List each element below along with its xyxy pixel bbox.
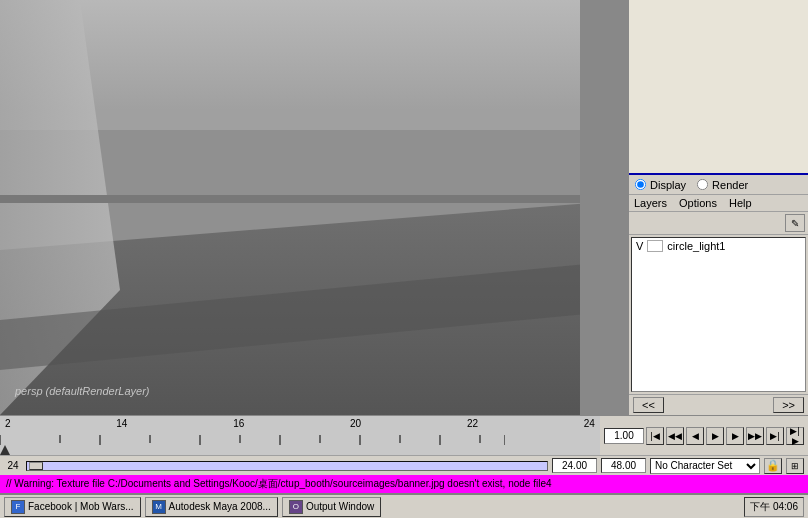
list-item-name: circle_light1 bbox=[667, 240, 725, 252]
taskbar-btn-output-label: Output Window bbox=[306, 501, 374, 512]
ruler-mark-2: 16 bbox=[233, 418, 244, 429]
frame-range-thumb[interactable] bbox=[29, 462, 43, 470]
taskbar-btn-output[interactable]: O Output Window bbox=[282, 497, 381, 517]
viewport-scene bbox=[0, 0, 628, 415]
timeline-controls: |◀ ◀◀ ◀ ▶ ▶ ▶▶ ▶| ▶|▶ bbox=[600, 416, 808, 455]
extra-btn[interactable]: ⊞ bbox=[786, 458, 804, 474]
tc-step-fwd[interactable]: ▶ bbox=[726, 427, 744, 445]
ruler-labels: 2 14 16 20 22 24 bbox=[0, 416, 600, 429]
frame-end-input[interactable] bbox=[601, 458, 646, 473]
tc-step-back[interactable]: ◀ bbox=[686, 427, 704, 445]
ruler-mark-1: 14 bbox=[116, 418, 127, 429]
ruler-mark-3: 20 bbox=[350, 418, 361, 429]
panel-menu-row: Layers Options Help bbox=[629, 195, 808, 212]
panel-toolbar: ✎ bbox=[629, 212, 808, 235]
warning-bar: // Warning: Texture file C:/Documents an… bbox=[0, 475, 808, 493]
list-check: V bbox=[636, 240, 643, 252]
list-item: V circle_light1 bbox=[632, 238, 805, 254]
render-radio[interactable] bbox=[697, 179, 708, 190]
list-swatch bbox=[647, 240, 663, 252]
top-area: persp (defaultRenderLayer) Display Rende… bbox=[0, 0, 808, 415]
warning-text: // Warning: Texture file C:/Documents an… bbox=[6, 477, 552, 491]
frame-range-bar: 24 No Character Set 🔒 ⊞ bbox=[0, 455, 808, 475]
right-panel: Display Render Layers Options Help ✎ bbox=[628, 0, 808, 415]
main-container: persp (defaultRenderLayer) Display Rende… bbox=[0, 0, 808, 518]
svg-marker-20 bbox=[0, 445, 10, 455]
viewport-label: persp (defaultRenderLayer) bbox=[15, 385, 150, 397]
tc-next-key[interactable]: ▶▶ bbox=[746, 427, 764, 445]
panel-radio-row: Display Render bbox=[629, 175, 808, 195]
display-radio[interactable] bbox=[635, 179, 646, 190]
ruler-ticks-svg bbox=[0, 435, 505, 455]
menu-options[interactable]: Options bbox=[679, 197, 717, 209]
frame-start-input[interactable] bbox=[552, 458, 597, 473]
panel-nav-row: << >> bbox=[629, 394, 808, 415]
panel-create-btn[interactable]: ✎ bbox=[785, 214, 805, 232]
menu-help[interactable]: Help bbox=[729, 197, 752, 209]
frame-current-label: 24 bbox=[4, 460, 22, 471]
tc-skip-start[interactable]: |◀ bbox=[646, 427, 664, 445]
tc-skip-end[interactable]: ▶| bbox=[766, 427, 784, 445]
taskbar-btn-facebook[interactable]: F Facebook | Mob Wars... bbox=[4, 497, 141, 517]
panel-list[interactable]: V circle_light1 bbox=[631, 237, 806, 392]
ruler-mark-5: 24 bbox=[584, 418, 595, 429]
taskbar-btn-maya[interactable]: M Autodesk Maya 2008... bbox=[145, 497, 278, 517]
panel-prev-btn[interactable]: << bbox=[633, 397, 664, 413]
timeline-ruler[interactable]: 2 14 16 20 22 24 bbox=[0, 416, 600, 455]
tc-prev-key[interactable]: ◀◀ bbox=[666, 427, 684, 445]
svg-rect-6 bbox=[580, 0, 628, 415]
tc-auto[interactable]: ▶|▶ bbox=[786, 427, 804, 445]
display-radio-label[interactable]: Display bbox=[634, 178, 686, 191]
timeline-area: 2 14 16 20 22 24 bbox=[0, 415, 808, 455]
viewport[interactable]: persp (defaultRenderLayer) bbox=[0, 0, 628, 415]
taskbar-btn-maya-label: Autodesk Maya 2008... bbox=[169, 501, 271, 512]
taskbar-time: 下午 04:06 bbox=[750, 500, 798, 514]
menu-layers[interactable]: Layers bbox=[634, 197, 667, 209]
output-icon: O bbox=[289, 500, 303, 514]
frame-range-slider[interactable] bbox=[26, 461, 548, 471]
taskbar-btn-facebook-label: Facebook | Mob Wars... bbox=[28, 501, 134, 512]
lock-btn[interactable]: 🔒 bbox=[764, 458, 782, 474]
taskbar-clock: 下午 04:06 bbox=[744, 497, 804, 517]
panel-preview bbox=[629, 0, 808, 175]
facebook-icon: F bbox=[11, 500, 25, 514]
current-frame-input[interactable] bbox=[604, 428, 644, 444]
char-set-dropdown[interactable]: No Character Set bbox=[650, 458, 760, 474]
maya-icon: M bbox=[152, 500, 166, 514]
render-radio-label[interactable]: Render bbox=[696, 178, 748, 191]
panel-next-btn[interactable]: >> bbox=[773, 397, 804, 413]
svg-rect-5 bbox=[0, 195, 628, 203]
ruler-mark-0: 2 bbox=[5, 418, 11, 429]
tc-play-fwd[interactable]: ▶ bbox=[706, 427, 724, 445]
taskbar: F Facebook | Mob Wars... M Autodesk Maya… bbox=[0, 493, 808, 518]
ruler-mark-4: 22 bbox=[467, 418, 478, 429]
